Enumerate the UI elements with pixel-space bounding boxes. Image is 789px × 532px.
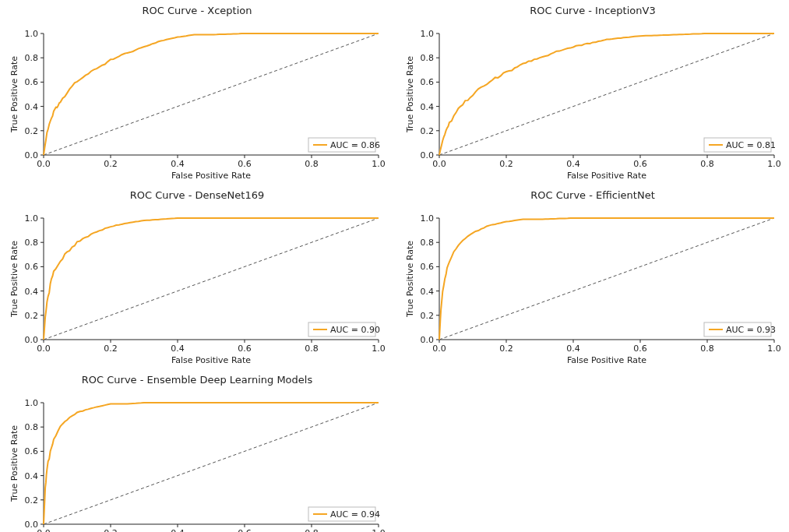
x-tick-label: 0.6 — [633, 159, 647, 169]
x-axis-label: False Positive Rate — [567, 171, 646, 181]
x-tick-label: 0.2 — [499, 344, 513, 354]
x-tick-label: 0.4 — [566, 159, 580, 169]
y-axis-label: True Positive Rate — [9, 425, 19, 502]
x-tick-label: 0.0 — [37, 159, 51, 169]
y-tick-label: 0.2 — [421, 126, 435, 136]
legend-label: AUC = 0.81 — [726, 140, 776, 150]
chart-title: ROC Curve - InceptionV3 — [402, 5, 784, 16]
x-tick-label: 1.0 — [372, 528, 386, 532]
chart-title: ROC Curve - DenseNet169 — [6, 189, 388, 201]
y-axis-label: True Positive Rate — [9, 56, 19, 133]
chance-line — [439, 218, 774, 340]
y-tick-label: 1.0 — [25, 213, 39, 224]
y-tick-label: 0.6 — [421, 262, 435, 272]
y-tick-label: 1.0 — [25, 398, 39, 408]
roc-chart-2: 0.00.20.40.60.81.00.00.20.40.60.81.0Fals… — [6, 203, 388, 366]
x-tick-label: 1.0 — [767, 344, 781, 354]
chance-line — [44, 33, 379, 155]
chart-cell-1: ROC Curve - InceptionV3 0.00.20.40.60.81… — [402, 5, 784, 185]
y-tick-label: 0.2 — [25, 311, 39, 321]
x-tick-label: 0.8 — [305, 159, 319, 169]
x-tick-label: 0.6 — [238, 159, 252, 169]
x-tick-label: 0.0 — [37, 344, 51, 354]
x-axis-label: False Positive Rate — [171, 355, 251, 365]
x-tick-label: 0.2 — [104, 344, 118, 354]
y-tick-label: 0.0 — [421, 335, 435, 345]
x-tick-label: 0.4 — [171, 344, 185, 354]
empty-cell — [402, 374, 784, 532]
x-tick-label: 0.2 — [104, 159, 118, 169]
y-tick-label: 0.8 — [421, 53, 435, 63]
x-tick-label: 0.6 — [238, 528, 252, 532]
x-tick-label: 1.0 — [372, 344, 386, 354]
chance-line — [44, 403, 379, 524]
y-tick-label: 0.4 — [25, 102, 39, 112]
chart-title: ROC Curve - EfficientNet — [402, 189, 784, 201]
x-tick-label: 0.6 — [633, 344, 647, 354]
y-tick-label: 0.0 — [421, 150, 435, 160]
x-tick-label: 0.0 — [432, 344, 446, 354]
x-tick-label: 0.4 — [566, 344, 580, 354]
x-tick-label: 0.8 — [700, 344, 714, 354]
y-tick-label: 0.8 — [421, 238, 435, 248]
chart-grid: ROC Curve - Xception 0.00.20.40.60.81.00… — [0, 0, 789, 532]
y-tick-label: 0.0 — [25, 150, 39, 160]
x-tick-label: 0.2 — [104, 528, 118, 532]
x-tick-label: 1.0 — [767, 159, 781, 169]
y-axis-label: True Positive Rate — [9, 241, 19, 318]
x-tick-label: 0.8 — [305, 344, 319, 354]
chart-title: ROC Curve - Xception — [6, 5, 388, 16]
roc-chart-1: 0.00.20.40.60.81.00.00.20.40.60.81.0Fals… — [402, 18, 784, 181]
chance-line — [439, 33, 774, 155]
y-tick-label: 0.6 — [25, 77, 39, 87]
y-tick-label: 0.8 — [25, 238, 39, 248]
x-axis-label: False Positive Rate — [567, 355, 646, 365]
roc-chart-4: 0.00.20.40.60.81.00.00.20.40.60.81.0Fals… — [6, 387, 388, 532]
legend-label: AUC = 0.93 — [726, 325, 776, 335]
y-axis-label: True Positive Rate — [405, 241, 415, 318]
y-tick-label: 0.4 — [421, 102, 435, 112]
chart-cell-4: ROC Curve - Ensemble Deep Learning Model… — [6, 374, 388, 532]
y-tick-label: 0.8 — [25, 422, 39, 432]
chart-cell-0: ROC Curve - Xception 0.00.20.40.60.81.00… — [6, 5, 388, 185]
y-tick-label: 0.0 — [25, 520, 39, 530]
legend-label: AUC = 0.90 — [330, 325, 380, 335]
legend-label: AUC = 0.94 — [330, 509, 380, 520]
x-tick-label: 0.0 — [37, 528, 51, 532]
y-tick-label: 0.2 — [421, 311, 435, 321]
x-tick-label: 0.4 — [171, 528, 185, 532]
y-tick-label: 0.6 — [421, 77, 435, 87]
x-tick-label: 0.4 — [171, 159, 185, 169]
x-tick-label: 0.2 — [499, 159, 513, 169]
x-tick-label: 0.8 — [305, 528, 319, 532]
y-tick-label: 0.6 — [25, 446, 39, 456]
roc-chart-0: 0.00.20.40.60.81.00.00.20.40.60.81.0Fals… — [6, 18, 388, 181]
roc-chart-3: 0.00.20.40.60.81.00.00.20.40.60.81.0Fals… — [402, 203, 784, 366]
y-tick-label: 1.0 — [421, 29, 435, 39]
chance-line — [44, 218, 379, 340]
chart-cell-2: ROC Curve - DenseNet169 0.00.20.40.60.81… — [6, 189, 388, 369]
x-tick-label: 0.8 — [700, 159, 714, 169]
y-tick-label: 0.8 — [25, 53, 39, 63]
y-tick-label: 0.2 — [25, 495, 39, 506]
y-axis-label: True Positive Rate — [405, 56, 415, 133]
x-tick-label: 0.0 — [432, 159, 446, 169]
y-tick-label: 0.2 — [25, 126, 39, 136]
x-axis-label: False Positive Rate — [171, 171, 251, 181]
y-tick-label: 1.0 — [421, 213, 435, 224]
y-tick-label: 0.4 — [25, 287, 39, 297]
chart-cell-3: ROC Curve - EfficientNet 0.00.20.40.60.8… — [402, 189, 784, 369]
chart-title: ROC Curve - Ensemble Deep Learning Model… — [6, 374, 388, 386]
y-tick-label: 0.4 — [421, 287, 435, 297]
x-tick-label: 1.0 — [372, 159, 386, 169]
y-tick-label: 0.0 — [25, 335, 39, 345]
x-tick-label: 0.6 — [238, 344, 252, 354]
legend-label: AUC = 0.86 — [330, 140, 380, 150]
y-tick-label: 0.6 — [25, 262, 39, 272]
y-tick-label: 1.0 — [25, 29, 39, 39]
y-tick-label: 0.4 — [25, 471, 39, 481]
